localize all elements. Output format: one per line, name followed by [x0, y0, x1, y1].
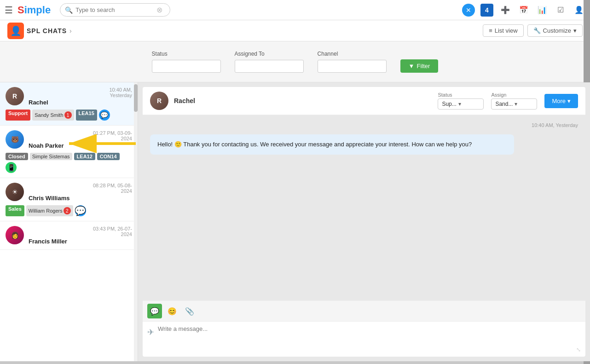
- chat-item-header-noah: 🐻 01:27 PM, 03-09-2024 Noah Parker: [6, 130, 132, 149]
- chat-item-header: R 10:40 AM,Yesterday Rachel: [6, 87, 132, 106]
- chat-tags-chris: Sales William Rogers 2 💬: [6, 205, 132, 216]
- filter-assigned-input[interactable]: [235, 60, 304, 73]
- message-box: ✈ ⤡: [143, 322, 585, 357]
- search-icon: 🔍: [65, 6, 73, 14]
- chat-info-noah: 01:27 PM, 03-09-2024 Noah Parker: [29, 130, 132, 149]
- chat-tags-noah: Closed Simple Sistemas LEA12 CON14 📱: [6, 153, 132, 173]
- send-button[interactable]: ✈: [147, 325, 154, 337]
- app-logo: Simple: [17, 4, 51, 16]
- chat-info-chris: 08:28 PM, 05-08-2024 Chris Williams: [29, 183, 132, 202]
- agent-badge-sandy: Sandy Smith 1: [32, 110, 74, 121]
- chat-name-francis: Francis Miller: [29, 238, 132, 245]
- filter-status-label: Status: [152, 51, 168, 57]
- tag-con14: CON14: [97, 153, 120, 160]
- tag-support: Support: [6, 110, 30, 121]
- tag-lea12: LEA12: [74, 153, 95, 160]
- chat-list: R 10:40 AM,Yesterday Rachel Support Sand…: [0, 82, 138, 361]
- resize-handle: ⤡: [576, 347, 581, 353]
- chat-item-noah[interactable]: 🐻 01:27 PM, 03-09-2024 Noah Parker Close…: [0, 126, 138, 178]
- message-textarea[interactable]: [158, 325, 573, 353]
- chat-item-francis[interactable]: 👩 03:43 PM, 26-07-2024 Francis Miller: [0, 221, 138, 250]
- status-dropdown-icon: ▾: [458, 101, 461, 107]
- agent-badge-william: William Rogers 2: [26, 205, 73, 216]
- breadcrumb-bar: 👤 SPL CHATS › ≡ List view 🔧 Customize ▾: [0, 20, 590, 41]
- nav-calendar-icon[interactable]: 📅: [517, 4, 530, 17]
- search-bar[interactable]: 🔍 ⊗: [60, 3, 170, 17]
- filter-channel-input[interactable]: [318, 60, 387, 73]
- emoji-button[interactable]: 😊: [165, 304, 179, 318]
- wrench-icon: 🔧: [533, 27, 541, 34]
- assign-dropdown-icon: ▾: [515, 101, 517, 107]
- nav-plus-icon[interactable]: ➕: [499, 4, 512, 17]
- chat-panel-name: Rachel: [174, 97, 195, 104]
- tag-lea15: LEA15: [76, 110, 97, 121]
- search-input[interactable]: [75, 6, 154, 13]
- chat-panel: R Rachel Status Sup... ▾ Assign Sand... …: [143, 87, 585, 357]
- avatar-rachel: R: [6, 87, 24, 105]
- main-content: R 10:40 AM,Yesterday Rachel Support Sand…: [0, 82, 590, 361]
- nav-check-icon[interactable]: ☑: [554, 4, 567, 17]
- chat-item-rachel[interactable]: R 10:40 AM,Yesterday Rachel Support Sand…: [0, 82, 138, 126]
- avatar-francis: 👩: [6, 226, 24, 244]
- badge-count-2: 2: [64, 207, 71, 214]
- list-view-button[interactable]: ≡ List view: [483, 24, 523, 37]
- chat-name-noah: Noah Parker: [29, 142, 132, 149]
- nav-x-icon[interactable]: ✕: [462, 4, 475, 17]
- status-select[interactable]: Sup... ▾: [438, 98, 484, 110]
- attachment-button[interactable]: 📎: [182, 304, 197, 318]
- menu-icon[interactable]: ☰: [5, 5, 13, 16]
- filter-button[interactable]: ▼ Filter: [400, 59, 439, 73]
- nav-chart-icon[interactable]: 📊: [536, 4, 549, 17]
- filter-assigned-label: Assigned To: [235, 51, 265, 57]
- whatsapp-icon: 📱: [6, 162, 17, 173]
- filter-status-group: Status: [152, 51, 221, 73]
- chat-meta-rachel: 10:40 AM,Yesterday: [29, 87, 132, 98]
- input-toolbar: 💬 😊 📎: [143, 301, 585, 322]
- breadcrumb-actions: ≡ List view 🔧 Customize ▾: [483, 24, 583, 37]
- chat-meta-noah: 01:27 PM, 03-09-2024: [29, 130, 132, 141]
- tag-closed: Closed: [6, 153, 28, 160]
- search-clear-icon[interactable]: ⊗: [156, 6, 162, 14]
- chat-tags-rachel: Support Sandy Smith 1 LEA15 💬: [6, 110, 132, 121]
- assign-control-label: Assign: [491, 92, 506, 98]
- message-input-area: 💬 😊 📎 ✈ ⤡: [143, 300, 585, 357]
- chat-item-header-francis: 👩 03:43 PM, 26-07-2024 Francis Miller: [6, 226, 132, 245]
- status-control-group: Status Sup... ▾: [438, 92, 484, 110]
- messenger-icon: 💬: [99, 110, 110, 121]
- filter-icon: ▼: [409, 63, 415, 69]
- nav-num-icon[interactable]: 4: [480, 4, 493, 17]
- assign-control-group: Assign Sand... ▾: [491, 92, 537, 110]
- list-scrollbar[interactable]: [134, 82, 138, 361]
- nav-icons: ✕ 4 ➕ 📅 📊 ☑ 👤: [462, 4, 585, 17]
- customize-button[interactable]: 🔧 Customize ▾: [527, 24, 583, 37]
- message-mode-button[interactable]: 💬: [147, 304, 162, 318]
- message-timestamp: 10:40 AM, Yesterday: [150, 122, 578, 128]
- breadcrumb: 👤 SPL CHATS ›: [7, 23, 72, 39]
- chat-panel-avatar: R: [150, 92, 168, 110]
- list-scrollbar-thumb[interactable]: [134, 84, 138, 112]
- chat-panel-header: R Rachel Status Sup... ▾ Assign Sand... …: [143, 87, 585, 115]
- chevron-down-icon: ▾: [573, 27, 577, 34]
- breadcrumb-title: SPL CHATS: [27, 27, 67, 35]
- assign-select[interactable]: Sand... ▾: [491, 98, 537, 110]
- avatar-noah: 🐻: [6, 130, 24, 149]
- app-icon: 👤: [7, 23, 24, 39]
- filter-channel-group: Channel: [318, 51, 387, 73]
- badge-count: 1: [64, 111, 72, 119]
- status-control-label: Status: [438, 92, 452, 98]
- more-chevron-icon: ▾: [567, 98, 571, 104]
- filter-area: Status Assigned To Channel ▼ Filter: [0, 41, 590, 82]
- more-button[interactable]: More ▾: [544, 94, 578, 108]
- chat-meta-chris: 08:28 PM, 05-08-2024: [29, 183, 132, 194]
- filter-assigned-group: Assigned To: [235, 51, 304, 73]
- chat-info-francis: 03:43 PM, 26-07-2024 Francis Miller: [29, 226, 132, 245]
- filter-status-input[interactable]: [152, 60, 221, 73]
- chat-item-header-chris: ☀ 08:28 PM, 05-08-2024 Chris Williams: [6, 183, 132, 202]
- chat-meta-francis: 03:43 PM, 26-07-2024: [29, 226, 132, 237]
- chat-info-rachel: 10:40 AM,Yesterday Rachel: [29, 87, 132, 106]
- chat-item-chris[interactable]: ☀ 08:28 PM, 05-08-2024 Chris Williams Sa…: [0, 178, 138, 221]
- bubble-icon: 💬: [75, 205, 86, 216]
- chat-name-chris: Chris Williams: [29, 195, 132, 202]
- tag-sales: Sales: [6, 205, 24, 216]
- messages-area[interactable]: 10:40 AM, Yesterday Hello! 🙂 Thank you f…: [143, 115, 585, 300]
